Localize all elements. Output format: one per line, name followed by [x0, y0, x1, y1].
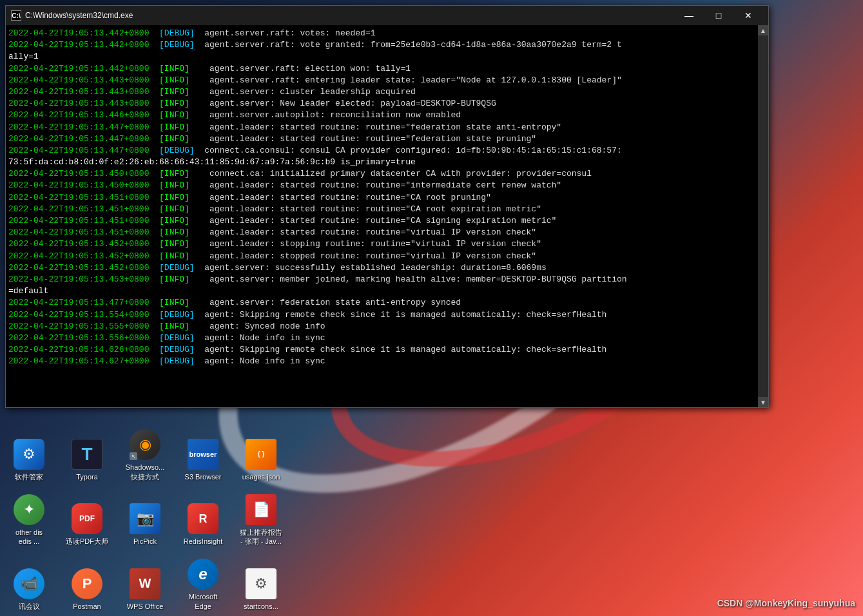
cmd-titlebar: C:\ C:\Windows\system32\cmd.exe — □ ✕	[6, 6, 768, 25]
icon-xundupdf[interactable]: PDF 迅读PDF大师	[58, 501, 116, 548]
icon-startcons[interactable]: ⚙ startcons...	[232, 566, 290, 613]
icon-s3-img: browser	[188, 439, 218, 470]
csdn-watermark: CSDN @MonkeyKing_sunyuhua	[717, 598, 855, 608]
icon-shadowsocks-label: Shadowso...快捷方式	[126, 463, 165, 481]
icon-wps-label: WPS Office	[127, 602, 164, 611]
cmd-output: 2022-04-22T19:05:13.442+0800 [DEBUG] age…	[6, 25, 758, 407]
icon-row-2: ✦ other disedis ... PDF 迅读PDF大师 📷 PicPic…	[0, 486, 863, 552]
cmd-scrollbar[interactable]: ▲ ▼	[758, 25, 768, 407]
minimize-button[interactable]: —	[674, 6, 704, 25]
icon-shadowsocks-img: ◉ ↖	[130, 429, 160, 460]
maximize-button[interactable]: □	[704, 6, 733, 25]
scroll-up-arrow[interactable]: ▲	[758, 25, 768, 35]
icon-typora-label: Typora	[76, 472, 98, 481]
icon-s3-label: S3 Browser	[185, 472, 222, 481]
icon-software-manager[interactable]: ⚙ 软件管家	[0, 436, 58, 484]
cmd-content-area: 2022-04-22T19:05:13.442+0800 [DEBUG] age…	[6, 25, 768, 407]
icon-startcons-label: startcons...	[244, 602, 278, 611]
icon-edge-label: MicrosoftEdge	[189, 592, 218, 611]
icon-mao-report[interactable]: 📄 猫上推荐报告- 张雨 - Jav...	[232, 492, 290, 549]
icon-pdf-label: 迅读PDF大师	[66, 537, 108, 546]
icon-mao-img: 📄	[246, 494, 276, 525]
icon-row-1: ⚙ 软件管家 T Typora ◉ ↖ Shadowso...快捷方式 brow…	[0, 421, 863, 486]
icon-redis-img: R	[188, 503, 218, 534]
icon-other-img: ✦	[14, 494, 44, 525]
icon-other[interactable]: ✦ other disedis ...	[0, 492, 58, 549]
icon-meeting[interactable]: 📹 讯会议	[0, 566, 58, 613]
icon-wps-img: W	[130, 568, 160, 599]
icon-wps[interactable]: W WPS Office	[116, 566, 174, 613]
icon-software-img: ⚙	[14, 439, 44, 470]
icon-json-img: { }	[246, 439, 276, 470]
icon-picpick-img: 📷	[130, 503, 160, 534]
icon-typora-img: T	[72, 439, 102, 470]
icon-postman-img: P	[72, 568, 102, 599]
arrow-badge: ↖	[130, 452, 137, 460]
icon-shadowsocks[interactable]: ◉ ↖ Shadowso...快捷方式	[116, 427, 174, 484]
icon-pdf-img: PDF	[72, 503, 102, 534]
close-button[interactable]: ✕	[733, 6, 763, 25]
icon-json-label: usages.json	[242, 472, 280, 481]
icon-picpick[interactable]: 📷 PicPick	[116, 501, 174, 548]
icon-typora[interactable]: T Typora	[58, 436, 116, 484]
icon-picpick-label: PicPick	[133, 537, 157, 546]
icon-software-label: 软件管家	[15, 472, 43, 481]
icon-startcons-img: ⚙	[246, 568, 276, 599]
cmd-app-icon: C:\	[11, 10, 21, 21]
icon-postman-label: Postman	[73, 602, 101, 611]
icon-s3browser[interactable]: browser S3 Browser	[174, 436, 232, 484]
icon-other-label: other disedis ...	[15, 528, 43, 546]
icon-mao-label: 猫上推荐报告- 张雨 - Jav...	[240, 528, 282, 546]
icon-edge[interactable]: e MicrosoftEdge	[174, 556, 232, 613]
desktop-icons-area: ⚙ 软件管家 T Typora ◉ ↖ Shadowso...快捷方式 brow…	[0, 410, 863, 616]
icon-redisinsight[interactable]: R RedisInsight	[174, 501, 232, 548]
icon-meeting-label: 讯会议	[19, 602, 40, 611]
icon-redis-label: RedisInsight	[184, 537, 223, 546]
icon-meeting-img: 📹	[14, 568, 44, 599]
cmd-window-controls: — □ ✕	[674, 6, 763, 25]
scroll-down-arrow[interactable]: ▼	[758, 397, 768, 407]
icon-postman[interactable]: P Postman	[58, 566, 116, 613]
cmd-window: C:\ C:\Windows\system32\cmd.exe — □ ✕ 20…	[5, 5, 769, 408]
icon-edge-img: e	[188, 559, 218, 590]
cmd-title: C:\Windows\system32\cmd.exe	[25, 11, 674, 20]
icon-usages-json[interactable]: { } usages.json	[232, 436, 290, 484]
